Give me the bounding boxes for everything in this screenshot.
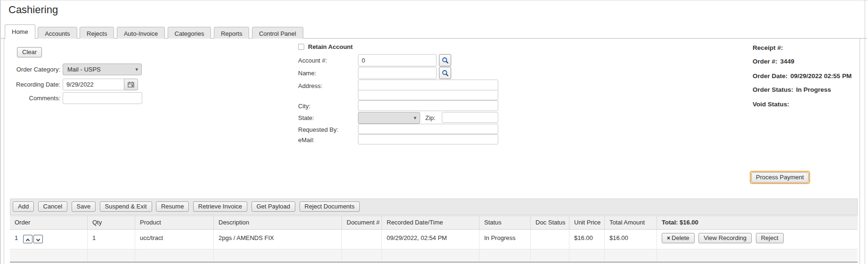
move-down-button[interactable] xyxy=(33,235,43,243)
cashiering-page: Cashiering Home Accounts Rejects Auto-In… xyxy=(0,0,868,264)
row-actions-cell: ×Delete View Recording Reject xyxy=(657,230,858,249)
requested-by-label: Requested By: xyxy=(298,126,338,133)
page-frame-left xyxy=(0,0,1,264)
search-icon xyxy=(442,57,449,64)
add-button[interactable]: Add xyxy=(13,201,34,212)
qty-cell: 1 xyxy=(88,230,135,249)
col-status: Status xyxy=(479,216,531,229)
tab-accounts[interactable]: Accounts xyxy=(38,27,77,40)
receipt-number: Receipt #: xyxy=(753,44,786,51)
unit-price-cell: $16.00 xyxy=(569,230,605,249)
col-document-number: Document # xyxy=(342,216,382,229)
cancel-button[interactable]: Cancel xyxy=(38,201,67,212)
col-description: Description xyxy=(214,216,342,229)
status-cell: In Progress xyxy=(479,230,531,249)
tab-rejects[interactable]: Rejects xyxy=(80,27,114,40)
recorded-datetime-cell: 09/29/2022, 02:54 PM xyxy=(382,230,479,249)
name-search-button[interactable] xyxy=(439,67,451,79)
chevron-down-icon: ▾ xyxy=(135,64,138,75)
save-button[interactable]: Save xyxy=(72,201,96,212)
get-payload-button[interactable]: Get Payload xyxy=(251,201,296,212)
retain-account-checkbox[interactable] xyxy=(298,44,304,50)
col-product: Product xyxy=(135,216,214,229)
state-label: State: xyxy=(298,114,314,121)
tab-home[interactable]: Home xyxy=(5,24,35,39)
resume-button[interactable]: Resume xyxy=(156,201,189,212)
order-category-label: Order Category: xyxy=(5,66,60,73)
order-toolbar: Add Cancel Save Suspend & Exit Resume Re… xyxy=(10,199,858,215)
chevron-down-icon: ▾ xyxy=(414,112,416,123)
account-number-input[interactable] xyxy=(358,54,437,66)
order-status: Order Status:In Progress xyxy=(753,86,831,93)
address-label: Address: xyxy=(298,82,322,89)
zip-input[interactable] xyxy=(442,112,498,123)
order-sequence: 1 xyxy=(15,234,18,241)
retain-account-label: Retain Account xyxy=(308,43,353,50)
move-up-button[interactable] xyxy=(23,235,32,243)
name-label: Name: xyxy=(298,70,316,77)
description-cell: 2pgs / AMENDS FIX xyxy=(214,230,342,249)
comments-label: Comments: xyxy=(5,95,60,102)
document-number-cell xyxy=(342,230,382,249)
name-input[interactable] xyxy=(358,67,437,79)
comments-input[interactable] xyxy=(63,92,142,104)
order-number: Order #:3449 xyxy=(753,58,795,65)
col-doc-status: Doc Status xyxy=(531,216,569,229)
col-order: Order xyxy=(10,216,88,229)
chevron-down-icon xyxy=(36,238,41,242)
table-total: Total: $16.00 xyxy=(657,216,858,229)
city-label: City: xyxy=(298,103,310,110)
search-icon xyxy=(442,70,449,77)
view-recording-button[interactable]: View Recording xyxy=(698,233,752,243)
product-cell: ucc/tract xyxy=(135,230,214,249)
account-search-button[interactable] xyxy=(439,54,451,66)
clear-button[interactable]: Clear xyxy=(17,47,42,57)
tab-reports[interactable]: Reports xyxy=(214,27,250,40)
page-title: Cashiering xyxy=(8,4,58,16)
table-row: 1 1 ucc/tract 2pgs / AMENDS FIX 09/29/20… xyxy=(10,230,858,249)
calendar-picker-button[interactable] xyxy=(124,79,138,90)
order-date: Order Date:09/29/2022 02:55 PM xyxy=(753,72,852,80)
col-unit-price: Unit Price xyxy=(569,216,605,229)
email-label: eMail: xyxy=(298,136,315,144)
email-input[interactable] xyxy=(358,134,498,144)
tab-auto-invoice[interactable]: Auto-Invoice xyxy=(117,27,165,40)
total-amount-cell: $16.00 xyxy=(605,230,657,249)
reject-row-button[interactable]: Reject xyxy=(756,233,784,243)
recording-date-label: Recording Date: xyxy=(5,81,60,88)
zip-label: Zip: xyxy=(425,114,436,121)
col-qty: Qty xyxy=(88,216,135,229)
tab-bar: Home Accounts Rejects Auto-Invoice Categ… xyxy=(1,24,867,39)
account-number-label: Account #: xyxy=(298,57,327,64)
delete-row-button[interactable]: ×Delete xyxy=(662,233,695,243)
recording-date-input[interactable] xyxy=(63,79,124,90)
orders-table-header: Order Qty Product Description Document #… xyxy=(10,216,858,230)
col-recorded-datetime: Recorded Date/Time xyxy=(382,216,479,229)
retrieve-invoice-button[interactable]: Retrieve Invoice xyxy=(193,201,247,212)
orders-table: Order Qty Product Description Document #… xyxy=(10,216,858,262)
order-cell: 1 xyxy=(10,230,88,249)
tab-control-panel[interactable]: Control Panel xyxy=(252,27,303,40)
process-payment-focus-ring: Process Payment xyxy=(750,171,810,184)
col-total-amount: Total Amount xyxy=(605,216,657,229)
doc-status-cell xyxy=(531,230,569,249)
city-input[interactable] xyxy=(358,100,498,111)
tab-categories[interactable]: Categories xyxy=(168,27,211,40)
x-icon: × xyxy=(667,235,670,241)
order-category-value: Mail - USPS xyxy=(67,66,101,73)
void-status: Void Status: xyxy=(753,101,792,108)
chevron-up-icon xyxy=(25,238,30,242)
state-select[interactable]: ▾ xyxy=(358,112,420,124)
order-category-select[interactable]: Mail - USPS ▾ xyxy=(63,64,142,75)
reject-documents-button[interactable]: Reject Documents xyxy=(300,201,360,212)
requested-by-input[interactable] xyxy=(358,124,498,134)
page-frame-top xyxy=(0,0,868,0)
suspend-exit-button[interactable]: Suspend & Exit xyxy=(100,201,152,212)
address-input-2[interactable] xyxy=(358,90,498,100)
page-frame-right xyxy=(865,0,865,264)
empty-row xyxy=(10,249,858,262)
process-payment-button[interactable]: Process Payment xyxy=(751,172,809,183)
calendar-icon xyxy=(128,81,134,88)
table-bottom-scroll-edge[interactable] xyxy=(10,262,858,263)
